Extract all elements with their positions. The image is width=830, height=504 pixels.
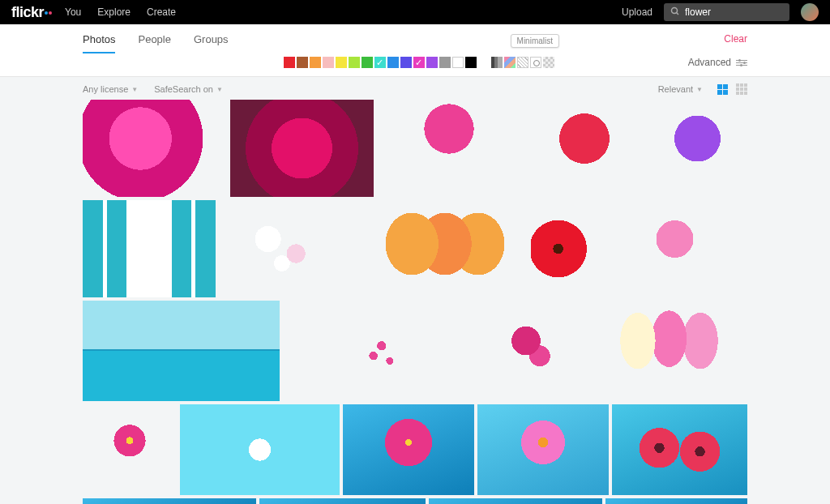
nav-you[interactable]: You bbox=[65, 6, 81, 18]
view-large-grid-icon[interactable] bbox=[717, 84, 728, 95]
style-texture[interactable] bbox=[543, 57, 554, 68]
tabs-row: Photos People Groups Minimalist Clear bbox=[83, 24, 747, 53]
style-pattern[interactable] bbox=[517, 57, 528, 68]
color-swatch[interactable] bbox=[284, 57, 295, 68]
caret-down-icon: ▼ bbox=[696, 86, 703, 93]
check-icon: ✓ bbox=[415, 57, 422, 68]
flickr-logo[interactable]: flickr bbox=[11, 4, 52, 21]
search-input[interactable] bbox=[685, 6, 783, 18]
check-icon: ✓ bbox=[376, 57, 383, 68]
sub-navigation: Photos People Groups Minimalist Clear ✓✓… bbox=[0, 24, 830, 77]
photo-tile[interactable] bbox=[648, 100, 747, 197]
photo-tile[interactable] bbox=[377, 100, 521, 197]
color-swatch[interactable]: ✓ bbox=[374, 57, 386, 68]
style-minimalist[interactable] bbox=[530, 57, 541, 68]
tab-people[interactable]: People bbox=[138, 25, 170, 53]
color-swatch[interactable] bbox=[465, 57, 477, 68]
clear-link[interactable]: Clear bbox=[724, 33, 747, 45]
color-swatch[interactable] bbox=[323, 57, 334, 68]
color-swatch[interactable] bbox=[426, 57, 438, 68]
color-swatch[interactable] bbox=[362, 57, 373, 68]
filters-row: ✓✓ Advanced bbox=[83, 53, 747, 76]
color-swatch[interactable] bbox=[349, 57, 360, 68]
photo-tile[interactable] bbox=[605, 498, 747, 504]
image-grid bbox=[83, 100, 747, 504]
photo-tile[interactable] bbox=[591, 301, 747, 401]
color-swatch[interactable] bbox=[336, 57, 347, 68]
nav-explore[interactable]: Explore bbox=[97, 6, 130, 18]
license-dropdown[interactable]: Any license▼ bbox=[83, 84, 138, 94]
style-tooltip: Minimalist bbox=[511, 34, 559, 48]
view-small-grid-icon[interactable] bbox=[736, 83, 747, 95]
color-swatch[interactable] bbox=[439, 57, 451, 68]
tab-photos[interactable]: Photos bbox=[83, 25, 115, 53]
avatar[interactable] bbox=[801, 3, 819, 21]
photo-tile[interactable] bbox=[283, 301, 447, 401]
advanced-label: Advanced bbox=[688, 57, 731, 68]
style-color[interactable] bbox=[504, 57, 516, 68]
photo-tile[interactable] bbox=[612, 404, 747, 495]
advanced-toggle[interactable]: Advanced bbox=[688, 57, 747, 68]
caret-down-icon: ▼ bbox=[216, 86, 223, 93]
svg-line-1 bbox=[677, 12, 679, 15]
tab-groups[interactable]: Groups bbox=[194, 25, 229, 53]
photo-tile[interactable] bbox=[429, 498, 602, 504]
photo-tile[interactable] bbox=[230, 100, 374, 197]
color-swatch[interactable] bbox=[400, 57, 412, 68]
caret-down-icon: ▼ bbox=[131, 86, 138, 93]
photo-tile[interactable] bbox=[219, 200, 360, 297]
photo-tile[interactable] bbox=[477, 404, 609, 495]
nav-create[interactable]: Create bbox=[147, 6, 176, 18]
top-navigation: flickr You Explore Create Upload bbox=[0, 0, 830, 24]
photo-tile[interactable] bbox=[259, 498, 425, 504]
photo-tile[interactable] bbox=[83, 200, 216, 297]
search-icon bbox=[670, 6, 680, 19]
photo-tile[interactable] bbox=[180, 404, 340, 495]
safesearch-dropdown[interactable]: SafeSearch on▼ bbox=[154, 84, 223, 94]
color-swatch[interactable] bbox=[452, 57, 464, 68]
logo-text: flickr bbox=[11, 4, 44, 20]
photo-tile[interactable] bbox=[524, 100, 644, 197]
color-swatch[interactable]: ✓ bbox=[413, 57, 425, 68]
photo-tile[interactable] bbox=[602, 200, 747, 297]
upload-link[interactable]: Upload bbox=[622, 6, 652, 18]
filter-bar: Any license▼ SafeSearch on▼ Relevant▼ bbox=[83, 77, 747, 100]
photo-tile[interactable] bbox=[83, 498, 256, 504]
sliders-icon bbox=[736, 60, 747, 66]
svg-point-0 bbox=[672, 7, 678, 13]
style-swatches bbox=[491, 57, 554, 68]
photo-tile[interactable] bbox=[531, 200, 599, 297]
color-swatches: ✓✓ bbox=[284, 57, 477, 68]
photo-tile[interactable] bbox=[343, 404, 474, 495]
color-swatch[interactable] bbox=[297, 57, 308, 68]
photo-tile[interactable] bbox=[362, 200, 527, 297]
style-bw[interactable] bbox=[491, 57, 503, 68]
logo-dots-icon bbox=[44, 4, 52, 21]
color-swatch[interactable] bbox=[310, 57, 321, 68]
photo-tile[interactable] bbox=[451, 301, 588, 401]
photo-tile[interactable] bbox=[83, 301, 280, 401]
search-box[interactable] bbox=[664, 3, 789, 21]
sort-dropdown[interactable]: Relevant▼ bbox=[658, 84, 703, 94]
photo-tile[interactable] bbox=[83, 100, 227, 197]
color-swatch[interactable] bbox=[387, 57, 399, 68]
photo-tile[interactable] bbox=[83, 404, 177, 495]
